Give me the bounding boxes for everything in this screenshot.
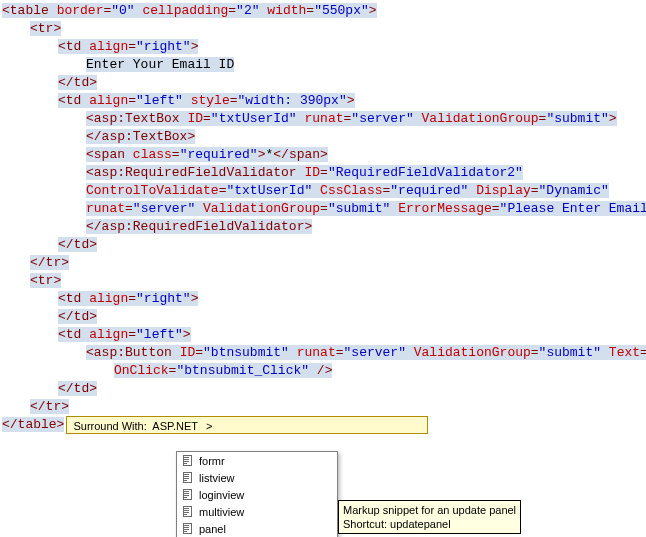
tag: <tr> bbox=[30, 273, 61, 288]
tag: <tr> bbox=[30, 21, 61, 36]
attr: border bbox=[57, 3, 104, 18]
attr: runat bbox=[86, 201, 125, 216]
attr: ValidationGroup bbox=[414, 345, 531, 360]
attr: ID bbox=[304, 165, 320, 180]
val: "btnsubmit" bbox=[203, 345, 289, 360]
attr: Display bbox=[476, 183, 531, 198]
val: "Dynamic" bbox=[539, 183, 609, 198]
chevron-right-icon: > bbox=[204, 420, 214, 432]
val: "right" bbox=[136, 39, 191, 54]
val: "2" bbox=[236, 3, 259, 18]
attr: runat bbox=[297, 345, 336, 360]
attr: runat bbox=[305, 111, 344, 126]
tag: <td bbox=[58, 93, 81, 108]
surround-label: Surround With: bbox=[73, 420, 146, 432]
surround-with-box[interactable]: Surround With: ASP.NET > bbox=[66, 416, 428, 434]
attr: ControlToValidate bbox=[86, 183, 219, 198]
attr: align bbox=[89, 93, 128, 108]
tag: <table bbox=[2, 3, 49, 18]
val: "submit" bbox=[546, 111, 608, 126]
attr: align bbox=[89, 327, 128, 342]
val: "width: 390px" bbox=[238, 93, 347, 108]
val: "txtUserId" bbox=[211, 111, 297, 126]
val: "Please Enter Email ID" bbox=[500, 201, 646, 216]
tag: <td bbox=[58, 327, 81, 342]
tag: <td bbox=[58, 291, 81, 306]
val: "server" bbox=[344, 345, 406, 360]
val: "txtUserId" bbox=[226, 183, 312, 198]
attr: CssClass bbox=[320, 183, 382, 198]
attr: align bbox=[89, 39, 128, 54]
surround-category[interactable]: ASP.NET bbox=[152, 420, 197, 432]
attr: class bbox=[133, 147, 172, 162]
tag: </asp:TextBox> bbox=[86, 129, 195, 144]
tag: </tr> bbox=[30, 255, 69, 270]
val: "left" bbox=[136, 93, 183, 108]
tag: <asp:Button bbox=[86, 345, 172, 360]
attr: Text bbox=[609, 345, 640, 360]
attr: ValidationGroup bbox=[203, 201, 320, 216]
tag: </td> bbox=[58, 309, 97, 324]
val: "RequiredFieldValidator2" bbox=[328, 165, 523, 180]
val: "left" bbox=[136, 327, 183, 342]
tag: </tr> bbox=[30, 399, 69, 414]
val: "required" bbox=[180, 147, 258, 162]
tag: <asp:TextBox bbox=[86, 111, 180, 126]
attr: ID bbox=[187, 111, 203, 126]
attr: ID bbox=[180, 345, 196, 360]
attr: OnClick bbox=[114, 363, 169, 378]
attr: ValidationGroup bbox=[422, 111, 539, 126]
tag: <span bbox=[86, 147, 125, 162]
tag: <td bbox=[58, 39, 81, 54]
val: "right" bbox=[136, 291, 191, 306]
attr: width bbox=[267, 3, 306, 18]
code-editor[interactable]: <table border="0" cellpadding="2" width=… bbox=[0, 0, 646, 436]
val: "required" bbox=[390, 183, 468, 198]
val: "server" bbox=[133, 201, 195, 216]
attr: ErrorMessage bbox=[398, 201, 492, 216]
val: "server" bbox=[351, 111, 413, 126]
tag: <asp:RequiredFieldValidator bbox=[86, 165, 297, 180]
val: "550px" bbox=[314, 3, 369, 18]
attr: align bbox=[89, 291, 128, 306]
tag: </table> bbox=[2, 417, 64, 432]
tag: </asp:RequiredFieldValidator> bbox=[86, 219, 312, 234]
attr: cellpadding bbox=[142, 3, 228, 18]
val: "btnsubmit_Click" bbox=[176, 363, 309, 378]
tag: </td> bbox=[58, 75, 97, 90]
text: Enter Your Email ID bbox=[86, 57, 234, 72]
tag: </td> bbox=[58, 381, 97, 396]
tag: </td> bbox=[58, 237, 97, 252]
val: "submit" bbox=[539, 345, 601, 360]
attr: style bbox=[191, 93, 230, 108]
val: "submit" bbox=[328, 201, 390, 216]
val: "0" bbox=[111, 3, 134, 18]
